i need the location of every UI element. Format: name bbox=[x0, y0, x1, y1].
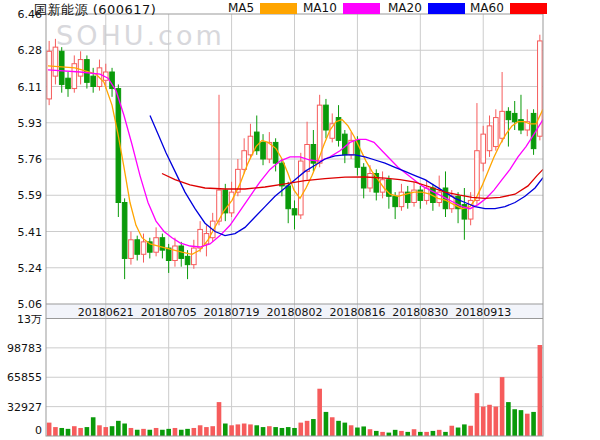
candle bbox=[286, 182, 291, 223]
volume-bar bbox=[456, 428, 461, 436]
volume-bar bbox=[122, 424, 127, 436]
volume-bar bbox=[361, 426, 366, 436]
date-axis-labels: 2018062120180705201807192018080220180816… bbox=[78, 306, 511, 319]
price-axis-labels: 6.466.286.115.935.765.595.415.245.06 bbox=[18, 8, 43, 311]
volume-bar bbox=[204, 427, 209, 436]
candle bbox=[160, 234, 165, 259]
volume-bar bbox=[292, 428, 297, 436]
volume-bar bbox=[141, 429, 146, 436]
candle bbox=[519, 95, 524, 134]
price-tick-label: 5.59 bbox=[18, 189, 43, 202]
volume-bar bbox=[305, 421, 310, 436]
volume-bar bbox=[317, 389, 322, 436]
volume-bar bbox=[148, 430, 153, 436]
volume-bar bbox=[462, 424, 467, 436]
candle bbox=[53, 39, 58, 85]
volume-bar bbox=[72, 426, 77, 436]
legend-label-ma5: MA5 bbox=[228, 1, 254, 15]
volume-bar bbox=[374, 431, 379, 436]
candle bbox=[405, 186, 410, 209]
candle bbox=[148, 238, 153, 259]
volume-bar bbox=[399, 431, 404, 436]
candle bbox=[500, 72, 505, 142]
candle bbox=[292, 200, 297, 229]
candle bbox=[217, 95, 222, 226]
volume-bar bbox=[129, 428, 134, 436]
stock-chart-window: 国新能源 (600617) MA5MA10MA20MA60 SOHU.com 6… bbox=[0, 0, 600, 440]
volume-bar bbox=[525, 414, 530, 436]
volume-bar bbox=[135, 430, 140, 436]
volume-bar bbox=[85, 427, 90, 436]
legend-swatch-ma5 bbox=[260, 3, 297, 14]
candle bbox=[267, 132, 272, 163]
volume-bar bbox=[198, 425, 203, 436]
candle bbox=[487, 116, 492, 157]
candle bbox=[72, 55, 77, 92]
volume-bar bbox=[519, 410, 524, 436]
volume-tick-label: 98783 bbox=[7, 342, 42, 355]
price-tick-label: 5.41 bbox=[18, 226, 43, 239]
volume-tick-label: 65855 bbox=[7, 371, 42, 384]
candle bbox=[412, 182, 417, 207]
candle bbox=[424, 180, 429, 205]
volume-bar bbox=[330, 417, 335, 436]
volume-bar bbox=[173, 428, 178, 436]
date-label: 20180719 bbox=[204, 306, 260, 319]
legend-label-ma60: MA60 bbox=[470, 1, 504, 15]
candle bbox=[185, 250, 190, 279]
candle bbox=[129, 232, 134, 265]
candle bbox=[336, 105, 341, 146]
volume-bar bbox=[261, 427, 266, 436]
price-tick-label: 6.28 bbox=[18, 44, 43, 57]
volume-bar bbox=[97, 425, 102, 436]
volume-bar bbox=[166, 429, 171, 436]
volume-bar bbox=[412, 429, 417, 436]
date-label: 20180621 bbox=[78, 306, 134, 319]
date-label: 20180913 bbox=[455, 306, 511, 319]
volume-bar bbox=[248, 424, 253, 436]
volume-tick-label: 0 bbox=[35, 424, 42, 437]
volume-bar bbox=[160, 430, 165, 436]
date-label: 20180705 bbox=[141, 306, 197, 319]
legend-label-ma10: MA10 bbox=[303, 1, 337, 15]
volume-bar bbox=[78, 428, 83, 436]
volume-bar bbox=[53, 427, 58, 436]
volume-bar bbox=[66, 429, 71, 436]
volume-bar bbox=[468, 426, 473, 436]
volume-bar bbox=[538, 345, 543, 436]
volume-bar bbox=[273, 427, 278, 436]
candle bbox=[399, 184, 404, 211]
candle bbox=[324, 99, 329, 138]
volume-bar bbox=[154, 428, 159, 436]
date-label: 20180830 bbox=[392, 306, 448, 319]
volume-bar bbox=[185, 429, 190, 436]
ma-line-ma20 bbox=[150, 116, 543, 236]
candle bbox=[66, 72, 71, 97]
volume-bar bbox=[242, 424, 247, 436]
volume-bar bbox=[443, 432, 448, 436]
volume-bar bbox=[59, 428, 64, 436]
volume-bar bbox=[393, 430, 398, 436]
candle bbox=[173, 238, 178, 267]
date-label: 20180802 bbox=[267, 306, 323, 319]
ma-legend: MA5MA10MA20MA60 bbox=[0, 0, 600, 15]
legend-item-ma5: MA5 bbox=[228, 1, 297, 15]
legend-swatch-ma10 bbox=[343, 3, 380, 14]
candle bbox=[261, 134, 266, 165]
volume-bar bbox=[387, 433, 392, 436]
candle bbox=[91, 68, 96, 93]
volume-axis-labels: 13万9878365855329270 bbox=[7, 313, 42, 438]
candle bbox=[135, 236, 140, 261]
volume-bar bbox=[380, 432, 385, 436]
volume-bar bbox=[336, 421, 341, 436]
price-tick-label: 6.11 bbox=[18, 81, 43, 94]
volume-bar bbox=[512, 409, 517, 436]
volume-bar bbox=[418, 432, 423, 436]
volume-bar bbox=[236, 424, 241, 436]
legend-item-ma60: MA60 bbox=[470, 1, 547, 15]
volume-bar bbox=[103, 427, 108, 436]
candle bbox=[368, 165, 373, 192]
volume-bar bbox=[229, 425, 234, 436]
date-label: 20180816 bbox=[329, 306, 385, 319]
legend-swatch-ma20 bbox=[428, 3, 465, 14]
